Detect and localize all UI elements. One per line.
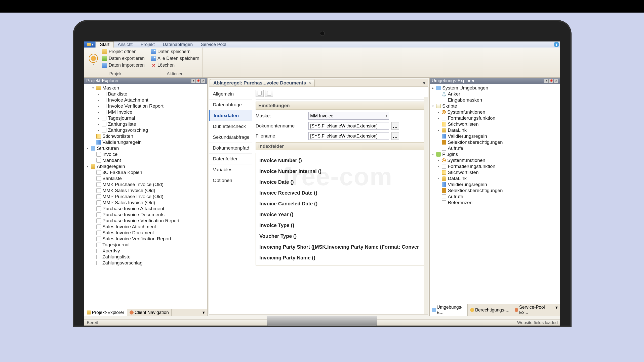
tree-item[interactable]: Purchase Invoice Attachment — [84, 206, 207, 212]
tree-item[interactable]: Stichwortlisten — [430, 169, 560, 175]
index-field[interactable]: Invoice Year () — [259, 209, 420, 220]
panel-close-icon[interactable]: ✕ — [554, 79, 558, 83]
tree-item[interactable]: ▸Zahlungsvorschlag — [84, 127, 207, 133]
tree-item[interactable]: MMP Sales Invoice (Old) — [84, 200, 207, 206]
vtab-datenabfrage[interactable]: Datenabfrage — [209, 100, 252, 110]
vtab-dublettencheck[interactable]: Dublettencheck — [209, 121, 252, 132]
tree-skripte[interactable]: ▾Skripte — [430, 103, 560, 109]
tab-start[interactable]: Start — [96, 41, 114, 48]
tree-item[interactable]: Invoice — [84, 151, 207, 157]
tree-eingabemasken[interactable]: Eingabemasken — [430, 97, 560, 103]
vtab-indexdaten[interactable]: Indexdaten — [209, 110, 252, 121]
tab-more-button[interactable]: ▾ — [553, 304, 560, 316]
open-project-button[interactable]: Projekt öffnen — [101, 49, 146, 55]
tree-item[interactable]: XpertIvy — [84, 248, 207, 254]
tree-item[interactable]: ▸Tagesjournal — [84, 115, 207, 121]
tree-item[interactable]: ▸Invoice Attachment — [84, 97, 207, 103]
tree-item[interactable]: Sales Invoice Verification Report — [84, 236, 207, 242]
form-scrollbar[interactable] — [424, 97, 428, 314]
app-menu-button[interactable] — [84, 41, 96, 48]
tab-client-navigation[interactable]: Client Navigation — [127, 309, 172, 316]
maske-combo[interactable]: MM Invoice — [308, 112, 389, 120]
tab-service-pool[interactable]: Service Pool — [197, 41, 230, 48]
tree-item[interactable]: MMP Purchase Invoice (Old) — [84, 194, 207, 200]
tree-item[interactable]: ▸Bankliste — [84, 91, 207, 97]
tree-item[interactable]: Selektionsberechtigungen — [430, 188, 560, 194]
tree-system-umgebungen[interactable]: ▸System Umgebungen — [430, 85, 560, 91]
tree-item[interactable]: Validierungsregeln — [430, 182, 560, 188]
toolbar-btn-1[interactable] — [256, 90, 264, 97]
index-field[interactable]: Invoice Date () — [259, 177, 420, 188]
tree-anker[interactable]: ⚓Anker — [430, 91, 560, 97]
delete-button[interactable]: ✕Löschen — [150, 62, 200, 68]
tree-item[interactable]: ▸Systemfunktionen — [430, 157, 560, 163]
tree-item[interactable]: 3C Faktura Kopien — [84, 169, 207, 175]
tree-item[interactable]: Tagesjournal — [84, 242, 207, 248]
tree-item[interactable]: Aufrufe — [430, 194, 560, 200]
panel-pin-icon[interactable]: 📌 — [549, 79, 553, 83]
tree-item[interactable]: ▸Formatierungsfunktion — [430, 163, 560, 169]
tree-item[interactable]: Sales Invoice Attachment — [84, 224, 207, 230]
tab-more-button[interactable]: ▾ — [200, 309, 207, 316]
tree-item[interactable]: Stichwortlisten — [430, 121, 560, 127]
tab-ansicht[interactable]: Ansicht — [114, 41, 137, 48]
save-data-button[interactable]: Daten speichern — [150, 49, 200, 55]
close-tab-icon[interactable]: ✕ — [308, 81, 311, 85]
tree-item[interactable]: ▸Zahlungsliste — [84, 121, 207, 127]
tree-item[interactable]: Bankliste — [84, 175, 207, 182]
tree-item[interactable]: ▸Systemfunktionen — [430, 109, 560, 115]
import-data-button[interactable]: Daten importieren — [101, 62, 146, 68]
info-icon[interactable]: i — [554, 42, 559, 47]
tab-umgebungs-explorer[interactable]: Umgebungs-E... — [430, 304, 468, 316]
tree-item[interactable]: MMK Purchase Invoice (Old) — [84, 182, 207, 188]
tree-item[interactable]: Zahlungsliste — [84, 254, 207, 260]
vtab-dokumentenpfad[interactable]: Dokumentenpfad — [209, 143, 252, 154]
indexfields-list[interactable]: Invoice Number () Invoice Number Interna… — [256, 153, 424, 265]
vtab-allgemein[interactable]: Allgemein — [209, 89, 252, 100]
index-field[interactable]: Invoice Received Date () — [259, 188, 420, 198]
filename-input[interactable] — [308, 132, 389, 140]
tree-plugins[interactable]: ▾Plugins — [430, 151, 560, 157]
tree-item[interactable]: Referenzen — [430, 200, 560, 206]
vtab-optionen[interactable]: Optionen — [209, 175, 252, 186]
vtab-variables[interactable]: Variables — [209, 164, 252, 175]
tree-stichwortlisten[interactable]: Stichwortlisten — [84, 133, 207, 139]
export-data-button[interactable]: Daten exportieren — [101, 55, 146, 62]
tree-ablageregeln[interactable]: ▾Ablageregeln — [84, 163, 207, 169]
tree-item[interactable]: Mandant — [84, 157, 207, 163]
tree-item[interactable]: ▸MM Invoice — [84, 109, 207, 115]
filename-browse[interactable]: … — [391, 132, 399, 140]
index-field[interactable]: Invoicing Party Short ([MSK.Invoicing Pa… — [259, 242, 420, 252]
index-field[interactable]: Invoice Canceled Date () — [259, 198, 420, 209]
tab-berechtigungs[interactable]: Berechtigungs-... — [468, 304, 512, 316]
tree-item[interactable]: Purchase Invoice Documents — [84, 212, 207, 218]
panel-pin-icon[interactable]: 📌 — [196, 79, 200, 83]
panel-dropdown-icon[interactable]: ▾ — [544, 79, 549, 83]
doc-tab-ablageregel[interactable]: Ablageregel: Purchas...voice Documents ✕ — [210, 79, 315, 86]
tree-item[interactable]: ▸Invoice Verification Report — [84, 103, 207, 109]
tree-item[interactable]: Purchase Invoice Verification Report — [84, 218, 207, 224]
index-field[interactable]: Invoice Number () — [259, 155, 420, 166]
save-all-data-button[interactable]: Alle Daten speichern — [150, 55, 200, 62]
tree-item[interactable]: Validierungsregeln — [430, 133, 560, 139]
dokumentenname-browse[interactable]: … — [391, 122, 399, 130]
toolbar-btn-2[interactable] — [265, 90, 273, 97]
panel-close-icon[interactable]: ✕ — [201, 79, 205, 83]
dokumentenname-input[interactable] — [308, 122, 389, 130]
umgebungs-tree[interactable]: ▸System Umgebungen ⚓Anker Eingabemasken … — [430, 84, 560, 304]
vtab-datenfelder[interactable]: Datenfelder — [209, 154, 252, 164]
tree-item[interactable]: Selektionsberechtigungen — [430, 139, 560, 145]
tree-masken[interactable]: ▾Masken — [84, 85, 207, 91]
tab-projekt[interactable]: Projekt — [137, 41, 159, 48]
tree-item[interactable]: Aufrufe — [430, 145, 560, 151]
index-field[interactable]: Invoice Number Internal () — [259, 166, 420, 177]
tab-projekt-explorer[interactable]: Projekt-Explorer — [84, 309, 127, 316]
tree-validierungsregeln[interactable]: Validierungsregeln — [84, 139, 207, 145]
index-field[interactable]: Invoice Type () — [259, 220, 420, 231]
tree-item[interactable]: ▸Formatierungsfunktion — [430, 115, 560, 121]
tab-service-pool-explorer[interactable]: Service-Pool Ex... — [512, 304, 553, 316]
doc-nav-dropdown[interactable]: ▾ — [421, 80, 427, 86]
tree-strukturen[interactable]: ▾Strukturen — [84, 145, 207, 151]
projekt-tree[interactable]: ▾Masken ▸Bankliste ▸Invoice Attachment ▸… — [84, 84, 207, 309]
tab-datenabfragen[interactable]: Datenabfragen — [159, 41, 197, 48]
